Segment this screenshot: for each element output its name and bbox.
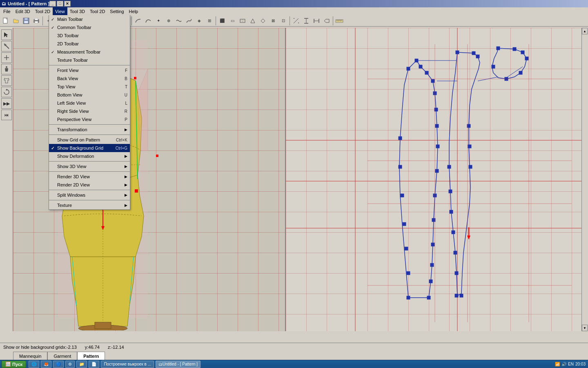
sidebar-rotate[interactable] [1, 87, 12, 97]
menu-setting[interactable]: Setting [107, 7, 126, 15]
taskbar-item-pattern-app[interactable]: Построение выкроек в ... [101, 361, 154, 368]
close-button[interactable]: ✕ [64, 1, 71, 7]
scroll-down[interactable]: ▼ [582, 325, 588, 331]
menu-show-background-grid[interactable]: ✓ Show Background Grid Ctrl+G [49, 144, 130, 152]
tab-garment[interactable]: Garment [47, 352, 77, 360]
tb-2d6[interactable]: ⊠ [268, 16, 278, 25]
svg-rect-65 [435, 124, 439, 128]
menu-help[interactable]: Help [127, 7, 141, 15]
tb-c5[interactable] [174, 16, 184, 25]
tb-2d2[interactable]: ▭ [227, 16, 237, 25]
tb-2d5[interactable] [258, 16, 268, 25]
svg-rect-79 [429, 280, 432, 283]
svg-rect-66 [436, 145, 439, 148]
svg-rect-94 [455, 272, 458, 275]
tb-c6[interactable] [184, 16, 194, 25]
svg-rect-95 [455, 294, 458, 297]
menu-render-3d[interactable]: Render 3D View ▶ [49, 173, 130, 181]
tab-pattern[interactable]: Pattern [77, 352, 105, 360]
svg-rect-2 [24, 18, 28, 20]
menu-left-side-view[interactable]: Left Side View L [49, 99, 130, 107]
tb-open[interactable] [11, 16, 21, 25]
titlebar-icon: 🗂 [2, 1, 6, 6]
menu-front-view[interactable]: Front View F [49, 66, 130, 74]
svg-rect-46 [135, 189, 138, 193]
taskbar-item-pattern-window[interactable]: 🗂 Untitled - [ Pattern ] [156, 361, 200, 368]
tb-c7[interactable]: ◈ [194, 16, 204, 25]
shortcut-bottom: U [125, 93, 127, 97]
scroll-up[interactable]: ▲ [582, 28, 588, 34]
maximize-button[interactable]: □ [57, 1, 63, 7]
taskbar-right: 📶 🔊 EN 20:03 [555, 362, 588, 366]
tb-print[interactable] [31, 16, 41, 25]
sidebar-tool2[interactable] [1, 52, 12, 63]
menu-measurement-toolbar[interactable]: Measurement Toolbar [49, 48, 130, 56]
tb-c3[interactable]: ✦ [154, 16, 163, 25]
menu-split-windows[interactable]: Split Windows ▶ [49, 191, 130, 199]
arrow-deformation: ▶ [125, 154, 127, 158]
minimize-button[interactable]: _ [49, 1, 56, 7]
menu-view[interactable]: View [53, 7, 67, 15]
menu-2d-toolbar[interactable]: 2D Toolbar [49, 40, 130, 48]
menu-texture-toolbar[interactable]: Texture Toolbar [49, 56, 130, 64]
menu-edit3d[interactable]: Edit 3D [13, 7, 33, 15]
tab-mannequin[interactable]: Mannequin [13, 352, 47, 360]
tb-2d7[interactable]: ⊡ [278, 16, 288, 25]
sidebar-garment[interactable] [1, 75, 12, 86]
tb-m3[interactable] [312, 16, 321, 25]
menu-common-toolbar[interactable]: Common Toolbar [49, 23, 130, 31]
menu-bottom-view[interactable]: Bottom View U [49, 91, 130, 99]
svg-rect-50 [134, 77, 136, 79]
menu-show-grid-pattern[interactable]: Show Grid on Pattern Ctrl+K [49, 136, 130, 144]
sidebar-sim[interactable]: ▶▶ [1, 98, 12, 109]
view-dropdown-menu: Main Toolbar Common Toolbar 3D Toolbar 2… [49, 15, 130, 210]
tb-ruler[interactable] [334, 16, 344, 25]
arrow-3dview: ▶ [125, 164, 127, 168]
taskbar-item-ie[interactable]: 🔵 [53, 361, 64, 368]
menu-tool2d[interactable]: Tool 2D [33, 7, 53, 15]
sep4 [131, 16, 132, 25]
tb-m1[interactable] [291, 16, 301, 25]
tb-2d3[interactable] [238, 16, 247, 25]
tb-c8[interactable]: ⊞ [205, 16, 214, 25]
svg-rect-99 [525, 57, 528, 60]
taskbar-item-5[interactable]: 📄 [89, 361, 99, 368]
menu-right-side-view[interactable]: Right Side View R [49, 107, 130, 115]
menu-file[interactable]: File [1, 7, 13, 15]
arrow-texture: ▶ [125, 203, 127, 207]
menu-perspective-view[interactable]: Perspective View P [49, 115, 130, 123]
sidebar-select[interactable] [1, 29, 12, 40]
menu-show-deformation[interactable]: Show Deformation ▶ [49, 152, 130, 160]
tb-c2[interactable] [143, 16, 153, 25]
menu-tool3d[interactable]: Tool 3D [67, 7, 87, 15]
taskbar-item-firefox[interactable]: 🦊 [41, 361, 51, 368]
sidebar-back[interactable]: ⏮ [1, 110, 12, 120]
svg-rect-83 [472, 52, 475, 55]
menu-transformation[interactable]: Transformation ▶ [49, 126, 130, 134]
tb-new[interactable] [1, 16, 11, 25]
menu-texture[interactable]: Texture ▶ [49, 201, 130, 209]
tb-2d1[interactable]: ⬛ [217, 16, 227, 25]
sidebar-tool1[interactable] [1, 41, 12, 52]
tb-save[interactable] [21, 16, 31, 25]
taskbar-item-4[interactable]: 📁 [76, 361, 87, 368]
menu-top-view[interactable]: Top View T [49, 83, 130, 91]
menu-3d-toolbar[interactable]: 3D Toolbar [49, 31, 130, 40]
menu-main-toolbar[interactable]: Main Toolbar [49, 15, 130, 23]
sidebar-mannequin[interactable] [1, 64, 12, 74]
menu-show-3d-view[interactable]: Show 3D View ▶ [49, 162, 130, 171]
tb-m4[interactable] [322, 16, 332, 25]
sep-2 [49, 124, 130, 125]
menu-back-view[interactable]: Back View B [49, 74, 130, 83]
tb-m2[interactable] [301, 16, 311, 25]
vertical-scrollbar[interactable]: ▲ ▼ [581, 28, 588, 331]
taskbar-item-browser[interactable]: 🌐 [29, 361, 39, 368]
start-button[interactable]: 🪟 Пуск [2, 361, 26, 368]
taskbar-item-3[interactable]: ⚙ [65, 361, 75, 368]
taskbar-time: 20:03 [575, 362, 586, 366]
tb-2d4[interactable] [248, 16, 258, 25]
menu-tool2d2[interactable]: Tool 2D [87, 7, 107, 15]
tb-c4[interactable]: ⊕ [164, 16, 174, 25]
menu-render-2d[interactable]: Render 2D View ▶ [49, 181, 130, 189]
tb-c1[interactable] [133, 16, 143, 25]
